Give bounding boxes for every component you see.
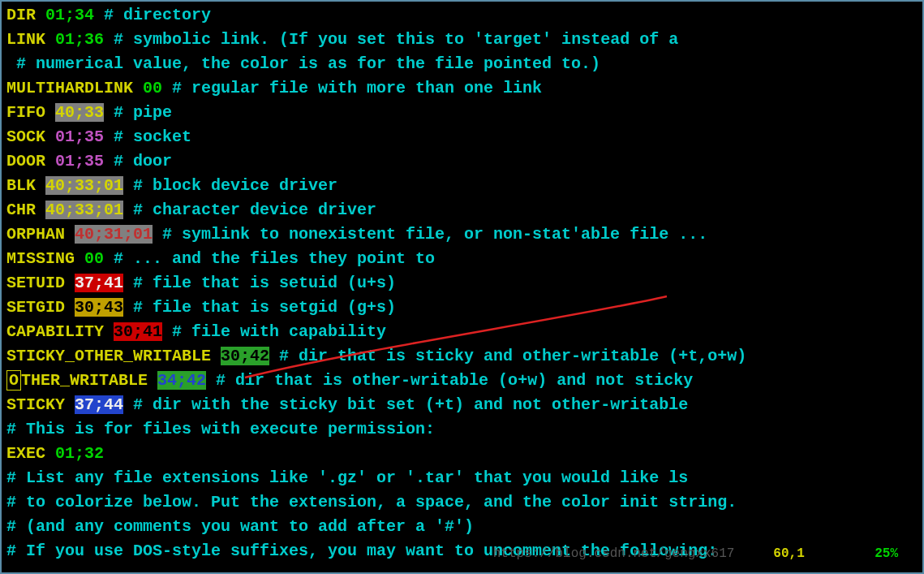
text-segment: STICKY_OTHER_WRITABLE [6,347,221,365]
text-segment: FIFO [6,103,55,122]
terminal-line: SETGID 30;43 # file that is setgid (g+s) [6,296,918,320]
terminal-line: MISSING 00 # ... and the files they poin… [6,247,918,271]
terminal-line: SETUID 37;41 # file that is setuid (u+s) [6,271,918,296]
text-segment: 01;32 [55,444,104,463]
text-segment: 30;42 [221,347,269,365]
terminal-line: BLK 40;33;01 # block device driver [6,174,918,198]
text-segment: 34;42 [157,371,206,390]
terminal-line: SOCK 01;35 # socket [6,125,918,149]
text-segment: # file that is setgid (g+s) [123,298,396,317]
text-segment: 01;36 [55,30,104,49]
text-segment: 40;33 [55,103,104,122]
terminal-line: STICKY 37;44 # dir with the sticky bit s… [6,393,918,417]
status-percent: 25% [875,546,898,561]
text-segment: 37;44 [75,395,123,414]
text-segment: 40;33;01 [45,201,123,219]
text-segment: 30;43 [75,298,123,317]
text-segment: # file that is setuid (u+s) [123,274,396,292]
terminal-line: FIFO 40;33 # pipe [6,101,918,125]
text-segment: # dir that is other-writable (o+w) and n… [206,371,693,390]
text-segment: DIR [6,6,45,24]
text-segment: # symlink to nonexistent file, or non-st… [153,225,707,244]
text-segment: # socket [104,127,191,146]
text-segment: 00 [84,249,104,268]
text-segment: THER_WRITABLE [21,371,157,390]
terminal-line: # to colorize below. Put the extension, … [6,490,918,515]
text-segment: # symbolic link. (If you set this to 'ta… [104,30,678,49]
terminal-line: ORPHAN 40;31;01 # symlink to nonexistent… [6,222,918,247]
terminal-line: CAPABILITY 30;41 # file with capability [6,320,918,344]
text-segment: BLK [6,176,45,195]
text-segment: STICKY [6,395,75,414]
text-segment: # directory [94,6,211,24]
text-segment: # This is for files with execute permiss… [6,420,435,438]
terminal-line: LINK 01;36 # symbolic link. (If you set … [6,28,918,52]
terminal-line: CHR 40;33;01 # character device driver [6,198,918,222]
text-segment: SETGID [6,298,75,317]
terminal-line: # (and any comments you want to add afte… [6,515,918,539]
text-segment: # dir with the sticky bit set (+t) and n… [123,395,688,414]
terminal-line: DIR 01;34 # directory [6,3,918,28]
terminal-line: OTHER_WRITABLE 34;42 # dir that is other… [6,369,918,393]
watermark-text: https://blog.csdn.net/gengxx617 [493,546,735,561]
text-segment: # to colorize below. Put the extension, … [6,493,737,511]
text-segment: EXEC [6,444,55,463]
text-segment: DOOR [6,152,55,170]
text-segment: CHR [6,201,45,219]
text-segment: 40;31;01 [75,225,153,244]
text-segment: SETUID [6,274,75,292]
text-segment: 01;34 [45,6,94,24]
text-segment: # pipe [104,103,172,122]
text-segment: # (and any comments you want to add afte… [6,517,474,536]
text-segment: 30;41 [114,322,162,341]
terminal-line: # List any file extensions like '.gz' or… [6,466,918,490]
terminal-line: DOOR 01;35 # door [6,149,918,174]
text-segment: O [6,370,21,391]
status-position: 60,1 [773,546,804,561]
text-segment: # block device driver [123,176,337,195]
text-segment: # regular file with more than one link [162,79,542,97]
terminal-line: STICKY_OTHER_WRITABLE 30;42 # dir that i… [6,344,918,369]
text-segment: LINK [6,30,55,49]
text-segment: 37;41 [75,274,123,292]
text-segment: # character device driver [123,201,376,219]
text-segment: 01;35 [55,127,104,146]
text-segment: MULTIHARDLINK [6,79,143,97]
terminal-line: EXEC 01;32 [6,442,918,466]
text-segment: ORPHAN [6,225,75,244]
text-segment: 40;33;01 [45,176,123,195]
terminal-line: # numerical value, the color is as for t… [6,52,918,76]
terminal-line: MULTIHARDLINK 00 # regular file with mor… [6,76,918,101]
text-segment: # file with capability [162,322,386,341]
text-segment: CAPABILITY [6,322,114,341]
text-segment: # List any file extensions like '.gz' or… [6,468,688,487]
terminal-line: # This is for files with execute permiss… [6,417,918,442]
text-segment: # door [104,152,172,170]
terminal-output: DIR 01;34 # directoryLINK 01;36 # symbol… [6,3,918,563]
text-segment: 00 [143,79,162,97]
text-segment: # dir that is sticky and other-writable … [269,347,746,365]
text-segment: 01;35 [55,152,104,170]
text-segment: # numerical value, the color is as for t… [6,54,600,73]
text-segment: # ... and the files they point to [104,249,435,268]
text-segment: SOCK [6,127,55,146]
text-segment: MISSING [6,249,84,268]
watermark-overlay: https://blog.csdn.net/gengxx617 60,1 25% [493,542,898,566]
